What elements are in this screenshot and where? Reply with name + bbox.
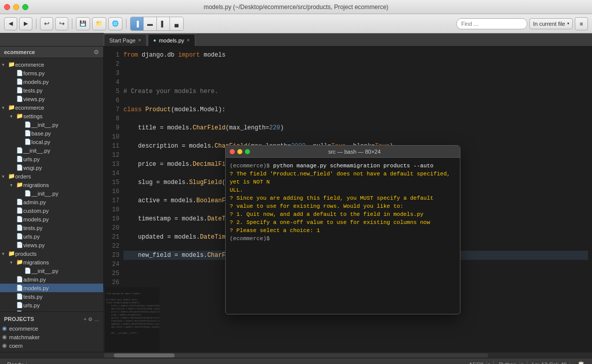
file-icon-local: 📄: [24, 139, 31, 145]
sidebar-item-tests3[interactable]: 📄 tests.py: [0, 292, 103, 301]
sidebar-item-init1[interactable]: 📄 __init__.py: [0, 120, 103, 129]
sidebar-label-orders: orders: [15, 173, 103, 179]
folder-icon-migrations1: 📁: [16, 181, 23, 188]
status-encoding[interactable]: ASCII: [466, 361, 487, 365]
scrollbar-thumb[interactable]: [114, 353, 175, 357]
sidebar-item-local-py[interactable]: 📄 local.py: [0, 138, 103, 146]
separator-2: [72, 19, 72, 29]
minimize-button[interactable]: [13, 4, 19, 10]
file-icon-init1: 📄: [24, 121, 31, 128]
settings-project-button[interactable]: ⚙: [88, 316, 93, 322]
sidebar-item-models2[interactable]: 📄 models.py: [0, 215, 103, 223]
layout-left-button[interactable]: ▐: [131, 17, 144, 30]
sidebar-item-init3[interactable]: 📄 __init__.py: [0, 189, 103, 198]
folder-arrow-products: [2, 251, 8, 256]
sidebar-item-orders[interactable]: 📁 orders: [0, 172, 103, 180]
layout-bottom-button[interactable]: ▄: [170, 17, 183, 30]
browse-button[interactable]: 🌐: [108, 17, 122, 30]
sidebar-item-base-py[interactable]: 📄 base.py: [0, 129, 103, 138]
sidebar-item-migrations1[interactable]: 📁 migrations: [0, 180, 103, 189]
sidebar-item-models-py-1[interactable]: 📄 models.py: [0, 77, 103, 86]
title-bar: models.py (~/Desktop/ecommerce/src/produ…: [0, 0, 592, 14]
maximize-button[interactable]: [22, 4, 28, 10]
file-icon-views2: 📄: [16, 242, 23, 248]
back-button[interactable]: ◀: [4, 17, 17, 30]
terminal-line-6: ? 2. Specify a one-off value to use for …: [230, 218, 456, 226]
tab-start-page[interactable]: Start Page ×: [104, 34, 147, 46]
sidebar-toggle-button[interactable]: ≡: [575, 17, 588, 30]
sidebar-tree: 📁 ecommerce 📄 forms.py 📄 models.py: [0, 58, 103, 311]
redo-button[interactable]: ↪: [55, 17, 68, 30]
sidebar-project-ecommerce[interactable]: ◉ ecommerce: [0, 324, 103, 333]
sidebar-label-forms: forms.py: [23, 70, 103, 76]
layout-center-button[interactable]: ▬: [144, 17, 157, 30]
sidebar-item-products[interactable]: 📁 products: [0, 249, 103, 258]
sidebar-label-custom: custom.py: [23, 208, 103, 214]
project-label-coem: coem: [9, 343, 103, 349]
terminal-title: src — bash — 80×24: [253, 149, 456, 155]
separator-1: [36, 19, 36, 29]
sidebar-item-tests-py-1[interactable]: 📄 tests.py: [0, 86, 103, 95]
find-scope[interactable]: In current file ▾: [529, 18, 573, 29]
terminal-close-button[interactable]: [230, 149, 235, 154]
sidebar-item-init4[interactable]: 📄 __init__.py: [0, 266, 103, 275]
tab-models-py[interactable]: ● models.py ×: [148, 34, 195, 46]
sidebar-item-init2[interactable]: 📄 __init__.py: [0, 146, 103, 155]
sidebar-item-migrations2[interactable]: 📁 migrations: [0, 258, 103, 266]
sidebar-item-views-py-1[interactable]: 📄 views.py: [0, 95, 103, 103]
terminal-prompt2: (ecommerce)$: [230, 236, 270, 242]
terminal-maximize-button[interactable]: [245, 149, 250, 154]
sidebar-item-urls1[interactable]: 📄 urls.py: [0, 155, 103, 163]
terminal-output-warn7: ? Please select a choice: 1: [230, 228, 320, 234]
sidebar-item-settings[interactable]: 📁 settings: [0, 112, 103, 120]
scrollbar-track[interactable]: [104, 353, 488, 357]
sidebar-item-tests2[interactable]: 📄 tests.py: [0, 223, 103, 232]
folder-icon-migrations2: 📁: [16, 259, 23, 265]
save-button[interactable]: 💾: [76, 17, 90, 30]
tab-close-models[interactable]: ×: [187, 37, 190, 43]
status-side-button[interactable]: 📋: [574, 358, 588, 365]
tab-close-start[interactable]: ×: [138, 37, 141, 43]
project-icon-matchmaker: ◉: [2, 334, 9, 340]
sidebar-item-views2[interactable]: 📄 views.py: [0, 241, 103, 249]
sidebar-project-matchmaker[interactable]: ◉ matchmaker: [0, 333, 103, 341]
dots-button[interactable]: …: [94, 316, 99, 322]
sidebar-item-models3-selected[interactable]: 📄 models.py: [0, 284, 103, 292]
gear-icon[interactable]: ⚙: [94, 49, 99, 56]
sidebar-item-urls3[interactable]: 📄 urls.py: [0, 301, 103, 309]
sidebar-label-init4: __init__.py: [31, 268, 103, 274]
sidebar-label-wsgi: wsgi.py: [23, 165, 103, 171]
editor-area: 1234567891011121314151617181920212223242…: [104, 47, 592, 352]
terminal-minimize-button[interactable]: [237, 149, 242, 154]
sidebar-label-models1: models.py: [23, 79, 103, 85]
sidebar-project-title: ecommerce: [4, 49, 94, 55]
sidebar-label-views2: views.py: [23, 242, 103, 248]
terminal-body[interactable]: (ecommerce)$ python manage.py schemamigr…: [226, 158, 460, 314]
sidebar-item-admin2[interactable]: 📄 admin.py: [0, 275, 103, 284]
sidebar-item-urls2[interactable]: 📄 urls.py: [0, 232, 103, 241]
sidebar-project-coem[interactable]: ◉ coem: [0, 341, 103, 350]
sidebar-item-admin1[interactable]: 📄 admin.py: [0, 198, 103, 206]
status-position: Ln: 12 Col: 49: [529, 361, 571, 365]
sidebar-item-forms-py[interactable]: 📄 forms.py: [0, 69, 103, 77]
add-project-button[interactable]: +: [83, 316, 87, 322]
file-icon-models1: 📄: [16, 78, 23, 85]
sidebar-label-local: local.py: [31, 139, 103, 145]
sidebar-item-custom[interactable]: 📄 custom.py: [0, 206, 103, 215]
sidebar-item-ecommerce-folder[interactable]: 📁 ecommerce: [0, 103, 103, 112]
forward-button[interactable]: ▶: [19, 17, 32, 30]
sidebar-item-label: ecommerce: [15, 62, 103, 68]
layout-right-button[interactable]: ▌: [157, 17, 170, 30]
find-input[interactable]: [456, 18, 527, 29]
status-language[interactable]: Python: [496, 361, 520, 365]
close-button[interactable]: [4, 4, 10, 10]
open-folder-button[interactable]: 📁: [92, 17, 106, 30]
sidebar-label-base: base.py: [31, 130, 103, 136]
folder-arrow-ecommerce: [2, 105, 8, 110]
undo-button[interactable]: ↩: [40, 17, 53, 30]
terminal-window: src — bash — 80×24 (ecommerce)$ python m…: [225, 145, 460, 314]
window-title: models.py (~/Desktop/ecommerce/src/produ…: [203, 4, 388, 11]
sidebar-item-wsgi[interactable]: 📄 wsgi.py: [0, 163, 103, 172]
sidebar-item-ecommerce-root[interactable]: 📁 ecommerce: [0, 60, 103, 69]
sidebar-label-init3: __init__.py: [31, 191, 103, 197]
